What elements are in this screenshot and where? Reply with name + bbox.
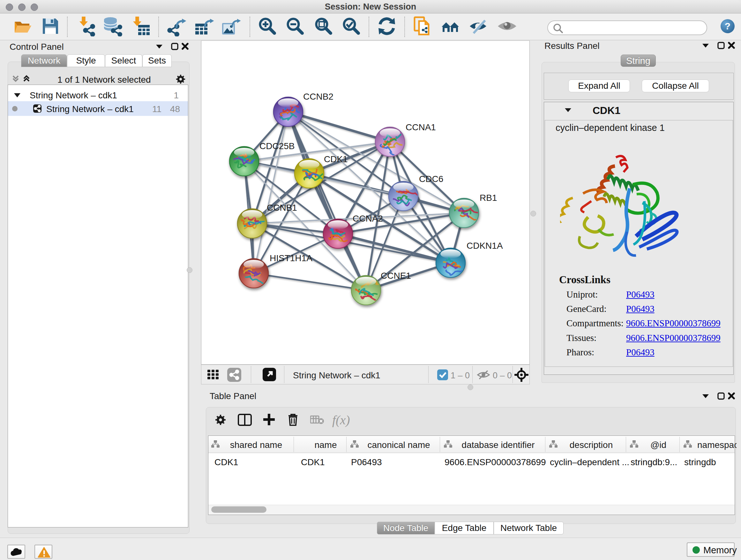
svg-text:CDK1: CDK1 <box>324 154 348 164</box>
svg-text:CCNB1: CCNB1 <box>267 203 297 212</box>
svg-text:CCNB2: CCNB2 <box>303 91 333 102</box>
svg-text:?: ? <box>725 21 731 31</box>
svg-text:CDKN1A: CDKN1A <box>467 241 503 251</box>
svg-text:CCNE1: CCNE1 <box>381 271 411 281</box>
svg-text:CDC25B: CDC25B <box>259 141 294 151</box>
svg-text:CCNA1: CCNA1 <box>406 122 436 132</box>
svg-text:RB1: RB1 <box>480 193 497 203</box>
svg-text:CDC6: CDC6 <box>419 174 443 184</box>
svg-text:CCNA2: CCNA2 <box>353 213 383 224</box>
svg-text:HIST1H1A: HIST1H1A <box>270 253 313 263</box>
